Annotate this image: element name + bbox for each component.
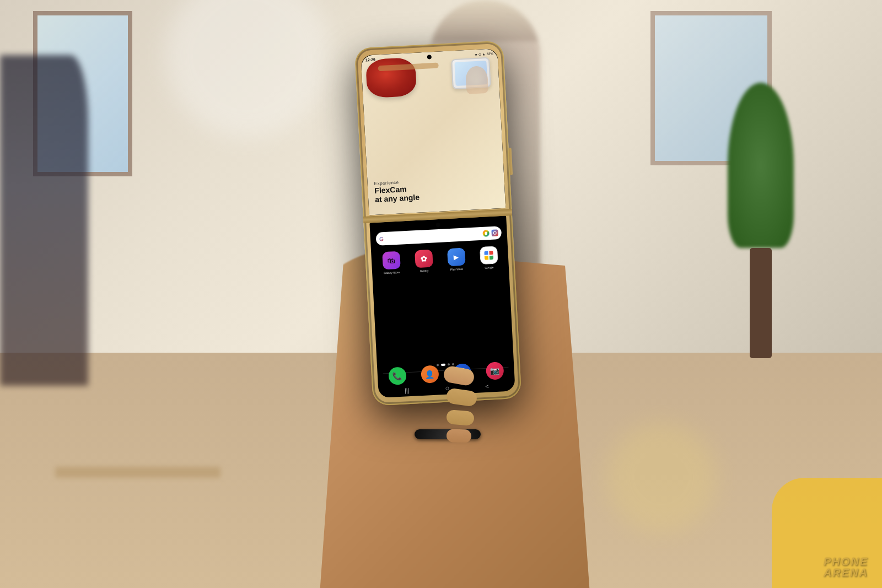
google-label: Google	[485, 266, 493, 269]
battery-icon: 33%	[486, 52, 493, 56]
dock-contacts[interactable]: 👤	[421, 365, 439, 384]
camera-hole-lower	[436, 223, 440, 227]
promo-title-line2: at any angle	[375, 193, 420, 204]
star-icon: ★	[475, 52, 477, 56]
screen-lower: G 🛍 Galaxy Store	[369, 216, 515, 398]
mic-icon[interactable]	[482, 230, 490, 237]
play-store-label: Play Store	[450, 267, 463, 271]
lens-icon[interactable]	[491, 229, 498, 236]
google-g-logo: G	[379, 236, 384, 242]
galaxy-store-icon[interactable]: 🛍	[382, 251, 401, 270]
watermark: PHONE ARENA	[824, 556, 868, 578]
gallery-icon[interactable]: ✿	[415, 250, 433, 268]
watermark-line1: PHONE	[824, 556, 868, 567]
gallery-label: Gallery	[420, 269, 429, 273]
status-time: 12:29	[365, 58, 375, 62]
google-icon[interactable]	[479, 246, 498, 265]
app-galaxy-store[interactable]: 🛍 Galaxy Store	[382, 251, 401, 275]
camera-icon: 📷	[490, 366, 499, 376]
promo-text-block: Experience FlexCam at any angle	[374, 179, 420, 204]
app-gallery[interactable]: ✿ Gallery	[415, 250, 433, 273]
galaxy-store-label: Galaxy Store	[384, 271, 400, 275]
watermark-line2: ARENA	[824, 567, 868, 578]
phone[interactable]: Experience FlexCam at any angle 12:29 ★ …	[354, 40, 522, 406]
play-store-icon[interactable]: ▶	[447, 248, 466, 267]
dock-phone[interactable]: 📞	[388, 366, 407, 385]
app-grid: 🛍 Galaxy Store ✿ Gallery ▶ Play Store	[374, 246, 505, 275]
contacts-icon: 👤	[425, 370, 435, 379]
nav-recent-icon[interactable]: |||	[405, 387, 410, 393]
camera-hole-upper	[427, 55, 432, 59]
app-play-store[interactable]: ▶ Play Store	[447, 248, 466, 272]
screen-upper: Experience FlexCam at any angle 12:29 ★ …	[361, 48, 505, 215]
app-google[interactable]: Google	[479, 246, 498, 269]
promo-food-item	[365, 57, 417, 99]
google-search-bar[interactable]: G	[375, 226, 502, 246]
signal-icon: ▲	[482, 52, 486, 56]
phone-icon: 📞	[392, 371, 402, 381]
nav-back-icon[interactable]: <	[485, 382, 489, 389]
status-icons: ★ ⊙ ▲ 33%	[475, 51, 493, 56]
notification-icon: ⊙	[478, 52, 481, 56]
promo-banner: Experience FlexCam at any angle 12:29 ★ …	[361, 48, 505, 215]
promo-title: FlexCam at any angle	[374, 184, 420, 204]
dock-camera[interactable]: 📷	[485, 362, 504, 380]
search-spacer	[386, 234, 481, 239]
hand-phone-assembly: Experience FlexCam at any angle 12:29 ★ …	[0, 0, 882, 588]
